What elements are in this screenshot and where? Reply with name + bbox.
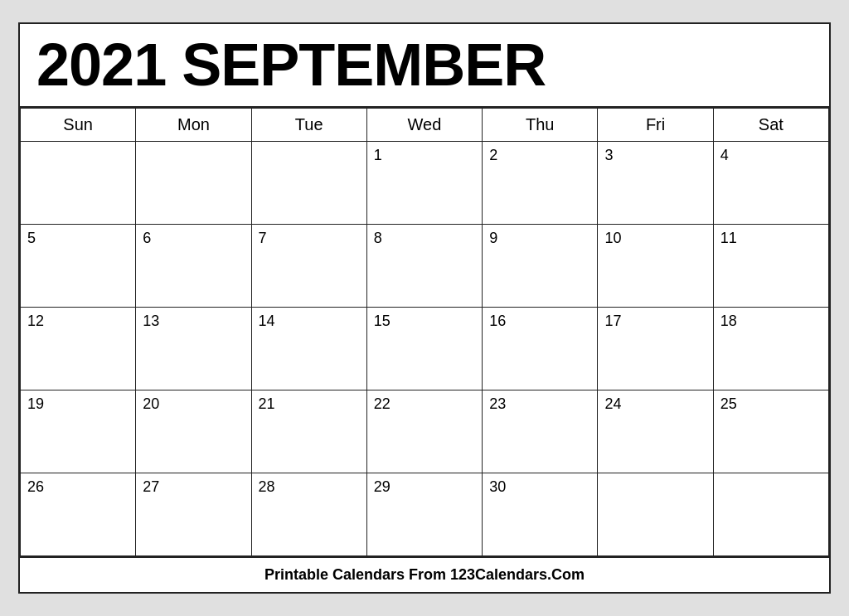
day-cell-21: 21	[251, 390, 366, 473]
day-cell-10: 10	[598, 225, 713, 308]
empty-cell-w0-d1	[136, 142, 251, 225]
day-cell-24: 24	[598, 390, 713, 473]
day-cell-30: 30	[483, 473, 598, 556]
day-header-mon: Mon	[136, 109, 251, 142]
week-row-4: 19202122232425	[21, 390, 829, 473]
day-cell-14: 14	[251, 308, 366, 390]
day-cell-29: 29	[366, 473, 482, 556]
day-cell-18: 18	[713, 308, 828, 390]
day-cell-9: 9	[483, 225, 598, 308]
day-header-fri: Fri	[598, 109, 713, 142]
week-row-3: 12131415161718	[21, 308, 829, 390]
day-cell-5: 5	[21, 225, 136, 308]
empty-cell-w0-d0	[21, 142, 136, 225]
day-cell-16: 16	[483, 308, 598, 390]
day-cell-15: 15	[366, 308, 482, 390]
day-header-tue: Tue	[251, 109, 366, 142]
day-cell-3: 3	[598, 142, 713, 225]
day-cell-22: 22	[366, 390, 482, 473]
calendar-footer: Printable Calendars From 123Calendars.Co…	[20, 556, 829, 592]
week-row-2: 567891011	[21, 225, 829, 308]
day-cell-8: 8	[366, 225, 482, 308]
day-cell-17: 17	[598, 308, 713, 390]
empty-cell-w4-d5	[598, 473, 713, 556]
day-cell-11: 11	[713, 225, 828, 308]
days-header-row: Sun Mon Tue Wed Thu Fri Sat	[21, 109, 829, 142]
week-row-5: 2627282930	[21, 473, 829, 556]
day-cell-20: 20	[136, 390, 251, 473]
day-cell-28: 28	[251, 473, 366, 556]
day-cell-27: 27	[136, 473, 251, 556]
day-cell-19: 19	[21, 390, 136, 473]
day-cell-6: 6	[136, 225, 251, 308]
empty-cell-w4-d6	[713, 473, 828, 556]
day-header-thu: Thu	[483, 109, 598, 142]
day-header-sun: Sun	[21, 109, 136, 142]
day-cell-23: 23	[483, 390, 598, 473]
day-cell-25: 25	[713, 390, 828, 473]
week-row-1: 1234	[21, 142, 829, 225]
empty-cell-w0-d2	[251, 142, 366, 225]
day-header-wed: Wed	[366, 109, 482, 142]
day-cell-13: 13	[136, 308, 251, 390]
day-cell-7: 7	[251, 225, 366, 308]
day-cell-12: 12	[21, 308, 136, 390]
calendar: 2021 SEPTEMBER Sun Mon Tue Wed Thu Fri S…	[18, 22, 831, 594]
day-header-sat: Sat	[713, 109, 828, 142]
day-cell-2: 2	[483, 142, 598, 225]
calendar-grid: Sun Mon Tue Wed Thu Fri Sat 123456789101…	[20, 108, 829, 556]
day-cell-26: 26	[21, 473, 136, 556]
calendar-title: 2021 SEPTEMBER	[20, 24, 829, 108]
day-cell-4: 4	[713, 142, 828, 225]
day-cell-1: 1	[366, 142, 482, 225]
